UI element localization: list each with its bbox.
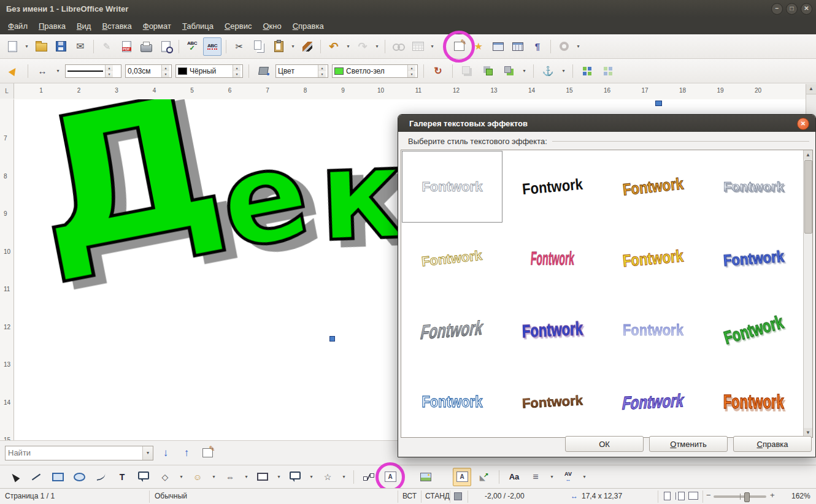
find-next-button[interactable]: ↓ xyxy=(157,445,174,462)
search-input[interactable] xyxy=(6,448,142,457)
spin-down-icon[interactable]: ▾ xyxy=(233,71,241,77)
fontwork-style-12[interactable]: Fontwork xyxy=(703,294,804,366)
auto-spellcheck-button[interactable]: ABC xyxy=(203,37,221,56)
line-tool-button[interactable] xyxy=(28,468,45,486)
ungroup-button[interactable] xyxy=(599,63,617,80)
spin-up-icon[interactable]: ▴ xyxy=(106,65,113,71)
maximize-button[interactable]: □ xyxy=(786,3,798,15)
freeform-tool-button[interactable] xyxy=(92,468,109,486)
block-arrows-button[interactable]: ⇔ xyxy=(221,468,239,486)
fontwork-style-8[interactable]: Fontwork xyxy=(703,223,804,294)
zoom-in-icon[interactable]: + xyxy=(770,491,775,500)
open-button[interactable] xyxy=(33,38,50,55)
alignment-dropdown[interactable]: ▾ xyxy=(548,474,555,479)
find-previous-button[interactable]: ↑ xyxy=(178,445,195,462)
line-color-select[interactable]: Чёрный ▴▾ xyxy=(175,64,243,78)
menu-edit[interactable]: Правка xyxy=(33,18,71,34)
symbol-shapes-dropdown[interactable]: ▾ xyxy=(210,474,217,479)
print-button[interactable] xyxy=(137,38,155,55)
menu-file[interactable]: Файл xyxy=(2,18,33,34)
arrow-style-dropdown[interactable]: ▾ xyxy=(55,68,61,74)
find-and-replace-button[interactable]: ✎ xyxy=(199,445,216,462)
character-spacing-dropdown[interactable]: ▾ xyxy=(581,474,588,479)
anchor-dropdown[interactable]: ▾ xyxy=(560,68,567,74)
help-button[interactable] xyxy=(555,38,572,55)
ellipse-tool-button[interactable] xyxy=(71,468,88,486)
line-style-spinner[interactable]: ▴▾ xyxy=(105,65,113,77)
fill-type-select[interactable]: Цвет ▴▾ xyxy=(275,64,328,78)
undo-button[interactable]: ↶ xyxy=(325,38,342,55)
insert-image-button[interactable] xyxy=(417,468,434,486)
tab-stop-selector[interactable]: L xyxy=(0,83,14,99)
indent-marker[interactable] xyxy=(655,101,662,106)
fontwork-style-11[interactable]: Fontwork xyxy=(603,294,704,366)
zoom-slider-handle[interactable] xyxy=(744,492,750,502)
ok-button[interactable]: ОК xyxy=(565,436,644,452)
dialog-close-button[interactable]: ✕ xyxy=(797,118,809,130)
flowchart-button[interactable] xyxy=(254,468,271,486)
symbol-shapes-button[interactable]: ☺ xyxy=(189,468,206,486)
spin-down-icon[interactable]: ▾ xyxy=(318,71,326,77)
arrange-dropdown[interactable]: ▾ xyxy=(521,68,528,74)
close-button[interactable]: ✕ xyxy=(801,3,812,15)
show-draw-functions-button[interactable]: ✎ xyxy=(450,38,468,55)
fontwork-style-1[interactable]: Fontwork xyxy=(402,151,502,223)
minimize-button[interactable]: − xyxy=(771,3,783,15)
line-width-stepper[interactable]: 0,03см ▴▾ xyxy=(125,64,172,78)
fontwork-style-6[interactable]: Fontwork xyxy=(502,223,603,294)
save-button[interactable] xyxy=(52,38,69,55)
fontwork-gallery-button[interactable]: A xyxy=(382,468,399,486)
fontwork-style-9[interactable]: Fontwork xyxy=(402,294,502,366)
menu-view[interactable]: Вид xyxy=(71,18,97,34)
zoom-out-icon[interactable]: − xyxy=(706,491,711,500)
select-tool-button[interactable] xyxy=(6,468,23,486)
toggle-extrusion-button[interactable]: ◣↗ xyxy=(475,468,493,486)
spin-down-icon[interactable]: ▾ xyxy=(408,71,415,77)
spelling-button[interactable]: ABC✓ xyxy=(183,38,201,55)
fontwork-style-14[interactable]: Fontwork xyxy=(502,366,603,438)
menu-window[interactable]: Окно xyxy=(257,18,287,34)
callouts-button[interactable] xyxy=(287,468,304,486)
anchor-button[interactable]: ⚓ xyxy=(539,63,556,80)
block-arrows-dropdown[interactable]: ▾ xyxy=(243,474,250,479)
spin-down-icon[interactable]: ▾ xyxy=(106,71,113,77)
view-layout-single[interactable] xyxy=(664,492,671,502)
basic-shapes-dropdown[interactable]: ▾ xyxy=(178,474,185,479)
page-number[interactable]: Страница 1 / 1 xyxy=(5,492,55,500)
zoom-slider[interactable] xyxy=(714,495,766,498)
menu-tools[interactable]: Сервис xyxy=(219,18,258,34)
fontwork-style-4[interactable]: Fontwork xyxy=(703,151,804,223)
fontwork-same-letter-heights-button[interactable]: Aa xyxy=(506,468,523,486)
callouts-dropdown[interactable]: ▾ xyxy=(308,474,315,479)
vertical-ruler[interactable]: 789101112131415 xyxy=(0,99,14,440)
line-color-spinner[interactable]: ▴▾ xyxy=(233,65,241,77)
rectangle-tool-button[interactable] xyxy=(49,468,66,486)
redo-button[interactable]: ↷ xyxy=(354,38,371,55)
new-document-dropdown[interactable]: ▾ xyxy=(23,44,30,49)
modified-status-icon[interactable] xyxy=(454,492,462,502)
spin-up-icon[interactable]: ▴ xyxy=(162,65,169,71)
bring-to-front-button[interactable] xyxy=(479,63,496,80)
toggle-edit-points-button[interactable] xyxy=(360,468,377,486)
rotate-button[interactable]: ↻ xyxy=(429,63,447,80)
stars-dropdown[interactable]: ▾ xyxy=(341,474,347,479)
spin-down-icon[interactable]: ▾ xyxy=(162,71,169,77)
cut-button[interactable]: ✂ xyxy=(231,38,248,55)
menu-help[interactable]: Справка xyxy=(287,18,329,34)
line-width-spinner[interactable]: ▴▾ xyxy=(161,65,169,77)
edit-mode-button[interactable]: ✎ xyxy=(98,38,115,55)
print-preview-button[interactable] xyxy=(157,38,174,55)
text-box-tool-button[interactable]: T xyxy=(114,468,131,486)
insert-table-button[interactable] xyxy=(409,38,426,55)
selection-handle[interactable] xyxy=(329,336,335,342)
arrow-style-button[interactable]: ↔ xyxy=(34,63,51,80)
paste-dropdown[interactable]: ▾ xyxy=(290,44,296,49)
search-dropdown[interactable]: ▾ xyxy=(142,446,153,460)
copy-button[interactable] xyxy=(250,38,268,55)
paste-button[interactable] xyxy=(270,38,287,55)
gallery-scrollbar[interactable]: ▲ ▼ xyxy=(803,150,812,437)
fontwork-character-spacing-button[interactable]: AV↔ xyxy=(560,468,577,486)
menu-format[interactable]: Формат xyxy=(137,18,177,34)
spin-up-icon[interactable]: ▴ xyxy=(408,65,415,71)
fontwork-object[interactable]: Д е к xyxy=(17,99,416,318)
